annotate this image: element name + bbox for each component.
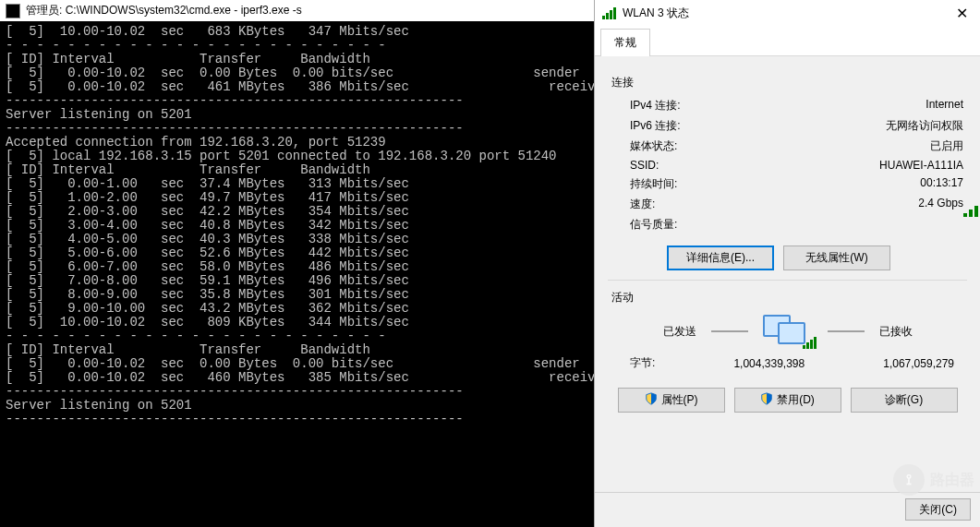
bytes-received: 1,067,059,279 — [883, 357, 954, 370]
close-button[interactable]: 关闭(C) — [905, 498, 971, 521]
sent-label: 已发送 — [663, 324, 696, 340]
row-signal: 信号质量: — [630, 217, 963, 233]
received-label: 已接收 — [879, 324, 913, 340]
watermark: ⟟ 路由器 — [893, 464, 974, 496]
watermark-icon: ⟟ — [893, 464, 925, 496]
cmd-icon — [6, 4, 20, 18]
tab-strip: 常规 — [595, 26, 980, 56]
cmd-output[interactable]: [ 5] 10.00-10.02 sec 683 KBytes 347 Mbit… — [0, 21, 594, 430]
row-duration: 持续时间:00:13:17 — [630, 176, 963, 192]
dash-icon — [711, 330, 748, 333]
dialog-titlebar[interactable]: WLAN 3 状态 ✕ — [595, 0, 980, 26]
activity-header: 活动 — [611, 290, 963, 305]
shield-icon — [760, 392, 773, 405]
cmd-title-text: 管理员: C:\WINDOWS\system32\cmd.exe - iperf… — [26, 3, 302, 18]
wlan-status-dialog: WLAN 3 状态 ✕ 常规 连接 IPv4 连接:Internet IPv6 … — [594, 0, 980, 527]
dash-icon — [828, 330, 865, 333]
wireless-properties-button[interactable]: 无线属性(W) — [783, 246, 890, 270]
row-ipv4: IPv4 连接:Internet — [630, 98, 963, 114]
diagnose-button[interactable]: 诊断(G) — [851, 388, 958, 413]
dialog-body: 连接 IPv4 连接:Internet IPv6 连接:无网络访问权限 媒体状态… — [595, 56, 980, 427]
row-media: 媒体状态:已启用 — [630, 138, 963, 154]
shield-icon — [645, 392, 658, 405]
signal-icon — [602, 6, 617, 19]
close-icon[interactable]: ✕ — [943, 0, 980, 26]
dialog-footer: 关闭(C) — [595, 492, 980, 527]
row-ssid: SSID:HUAWEI-A111IA — [630, 159, 963, 172]
activity-icon-row: 已发送 已接收 — [611, 313, 963, 350]
row-ipv6: IPv6 连接:无网络访问权限 — [630, 118, 963, 134]
row-speed: 速度:2.4 Gbps — [630, 197, 963, 212]
details-button[interactable]: 详细信息(E)... — [667, 246, 774, 270]
properties-button[interactable]: 属性(P) — [618, 388, 725, 413]
cmd-titlebar[interactable]: 管理员: C:\WINDOWS\system32\cmd.exe - iperf… — [0, 0, 594, 21]
tab-general[interactable]: 常规 — [600, 29, 650, 56]
bytes-sent: 1,004,339,398 — [733, 357, 805, 370]
dialog-title-text: WLAN 3 状态 — [623, 6, 943, 21]
row-bytes: 字节: 1,004,339,398 1,067,059,279 — [630, 355, 954, 371]
disable-button[interactable]: 禁用(D) — [734, 388, 841, 413]
cmd-window: 管理员: C:\WINDOWS\system32\cmd.exe - iperf… — [0, 0, 594, 527]
connection-header: 连接 — [611, 75, 963, 90]
computers-icon — [763, 313, 813, 350]
